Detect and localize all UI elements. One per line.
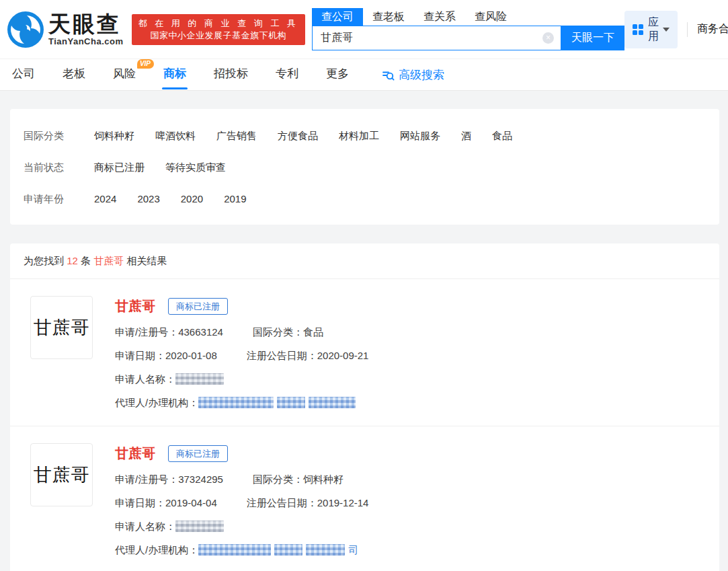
status-badge: 商标已注册 — [168, 445, 228, 462]
search-tabs: 查公司 查老板 查关系 查风险 — [312, 8, 624, 26]
clear-search-icon[interactable]: × — [542, 32, 554, 44]
advanced-search-link[interactable]: 高级搜索 — [382, 67, 444, 83]
promo-banner: 都 在 用 的 商 业 查 询 工 具 国家中小企业发展子基金旗下机构 — [132, 14, 306, 45]
redacted-agent-name — [277, 397, 305, 408]
detail-row: 代理人/办理机构：司 — [115, 544, 368, 557]
nav-item-patent[interactable]: 专利 — [276, 59, 298, 91]
redacted-agent-name — [306, 544, 345, 556]
applicant-label: 申请人名称： — [115, 521, 175, 532]
search-tab-risk[interactable]: 查风险 — [465, 8, 516, 26]
nav-item-bidding[interactable]: 招投标 — [214, 59, 248, 91]
tianyancha-logo-icon — [7, 11, 44, 48]
intl-class-label: 国际分类： — [253, 326, 303, 338]
filter-panel: 国际分类 饲料种籽 啤酒饮料 广告销售 方便食品 材料加工 网站服务 酒 食品 … — [10, 109, 719, 225]
pub-date-value: 2019-12-14 — [317, 497, 369, 508]
reg-no-label: 申请/注册号： — [115, 326, 178, 338]
redacted-agent-name — [274, 544, 302, 556]
filter-option[interactable]: 广告销售 — [216, 129, 257, 143]
filter-option[interactable]: 方便食品 — [278, 129, 318, 143]
filter-option[interactable]: 食品 — [492, 129, 512, 143]
trademark-image[interactable]: 甘蔗哥 — [30, 296, 93, 359]
filter-label: 申请年份 — [24, 192, 94, 206]
nav-item-trademark[interactable]: 商标 — [163, 59, 186, 91]
filter-option[interactable]: 2020 — [181, 192, 203, 206]
summary-suffix: 相关结果 — [124, 255, 167, 266]
chevron-down-icon — [663, 28, 670, 32]
category-nav: 公司 老板 风险 VIP 商标 招投标 专利 更多 高级搜索 — [0, 59, 728, 91]
search-button[interactable]: 天眼一下 — [561, 26, 624, 50]
apps-label: 应用 — [648, 15, 659, 44]
reg-no-label: 申请/注册号： — [115, 473, 178, 485]
nav-item-risk-label: 风险 — [113, 67, 136, 80]
intl-class-label: 国际分类： — [253, 473, 303, 485]
redacted-applicant-name — [175, 521, 224, 532]
trademark-title-link[interactable]: 甘蔗哥 — [115, 445, 155, 463]
results-summary: 为您找到 12 条 甘蔗哥 相关结果 — [10, 243, 719, 279]
apply-date-label: 申请日期： — [115, 350, 165, 361]
promo-banner-line2: 国家中小企业发展子基金旗下机构 — [138, 30, 299, 42]
search-tab-boss[interactable]: 查老板 — [363, 8, 414, 26]
applicant-label: 申请人名称： — [115, 373, 175, 385]
summary-count: 12 — [67, 255, 78, 266]
detail-row: 申请/注册号：43663124 国际分类：食品 — [115, 326, 368, 339]
search-block: 查公司 查老板 查关系 查风险 × 天眼一下 — [312, 8, 624, 50]
redacted-applicant-name — [175, 373, 224, 385]
intl-class-value: 食品 — [303, 326, 323, 338]
summary-prefix: 为您找到 — [24, 255, 67, 266]
summary-keyword: 甘蔗哥 — [93, 255, 124, 266]
trademark-title-link[interactable]: 甘蔗哥 — [115, 297, 155, 315]
search-tab-relation[interactable]: 查关系 — [414, 8, 465, 26]
filter-option[interactable]: 2024 — [94, 192, 116, 206]
filter-options: 商标已注册 等待实质审查 — [94, 161, 247, 174]
filter-row-status: 当前状态 商标已注册 等待实质审查 — [24, 161, 706, 174]
advanced-search-label: 高级搜索 — [399, 67, 444, 83]
detail-row: 申请人名称： — [115, 373, 368, 386]
redacted-agent-name — [198, 397, 274, 408]
detail-row: 代理人/办理机构： — [115, 397, 368, 410]
detail-row: 申请人名称： — [115, 521, 368, 533]
apps-grid-icon — [633, 24, 643, 35]
pub-date-label: 注册公告日期： — [247, 497, 317, 508]
detail-row: 申请日期：2020-01-08 注册公告日期：2020-09-21 — [115, 350, 368, 363]
filter-label: 国际分类 — [24, 129, 94, 143]
filter-option[interactable]: 网站服务 — [400, 129, 440, 143]
trademark-image-text: 甘蔗哥 — [34, 463, 90, 487]
logo-text: 天眼查 TianYanCha.com — [48, 13, 124, 46]
nav-item-company[interactable]: 公司 — [12, 59, 35, 91]
top-header: 天眼查 TianYanCha.com 都 在 用 的 商 业 查 询 工 具 国… — [0, 0, 728, 59]
nav-item-boss[interactable]: 老板 — [63, 59, 85, 91]
vip-badge: VIP — [137, 59, 154, 69]
filter-options: 2024 2023 2020 2019 — [94, 192, 268, 206]
pub-date-label: 注册公告日期： — [247, 350, 317, 361]
agent-label: 代理人/办理机构： — [115, 397, 198, 408]
nav-item-more[interactable]: 更多 — [326, 59, 349, 91]
filter-option[interactable]: 啤酒饮料 — [155, 129, 196, 143]
intl-class-value: 饲料种籽 — [303, 473, 343, 485]
filter-option[interactable]: 2023 — [137, 192, 159, 206]
trademark-image[interactable]: 甘蔗哥 — [30, 443, 93, 506]
redacted-agent-name — [198, 544, 271, 556]
pub-date-value: 2020-09-21 — [317, 350, 369, 361]
filter-option[interactable]: 酒 — [461, 129, 471, 143]
results-panel: 为您找到 12 条 甘蔗哥 相关结果 甘蔗哥 甘蔗哥 商标已注册 申请/注册号：… — [10, 243, 719, 571]
filter-option[interactable]: 饲料种籽 — [94, 129, 134, 143]
agent-label: 代理人/办理机构： — [115, 544, 198, 556]
business-cooperation-link[interactable]: 商务合作 — [697, 22, 728, 36]
tianyancha-logo[interactable]: 天眼查 TianYanCha.com — [7, 11, 124, 48]
filter-option[interactable]: 材料加工 — [339, 129, 379, 143]
nav-item-risk[interactable]: 风险 VIP — [113, 59, 136, 91]
apply-date-value: 2020-01-08 — [165, 350, 217, 361]
detail-row: 申请/注册号：37324295 国际分类：饲料种籽 — [115, 473, 368, 486]
advanced-search-icon — [382, 69, 395, 81]
filter-option[interactable]: 等待实质审查 — [165, 161, 226, 174]
search-row: × 天眼一下 — [312, 26, 624, 50]
filter-row-intl-class: 国际分类 饲料种籽 啤酒饮料 广告销售 方便食品 材料加工 网站服务 酒 食品 — [24, 129, 706, 143]
filter-option[interactable]: 2019 — [224, 192, 246, 206]
search-tab-company[interactable]: 查公司 — [312, 8, 363, 26]
trademark-result-row: 甘蔗哥 甘蔗哥 商标已注册 申请/注册号：43663124 国际分类：食品 申请… — [10, 279, 719, 426]
search-input[interactable] — [313, 32, 561, 44]
apply-date-value: 2019-04-04 — [165, 497, 217, 508]
apps-dropdown[interactable]: 应用 — [624, 11, 678, 48]
filter-label: 当前状态 — [24, 161, 94, 174]
filter-option[interactable]: 商标已注册 — [94, 161, 145, 174]
